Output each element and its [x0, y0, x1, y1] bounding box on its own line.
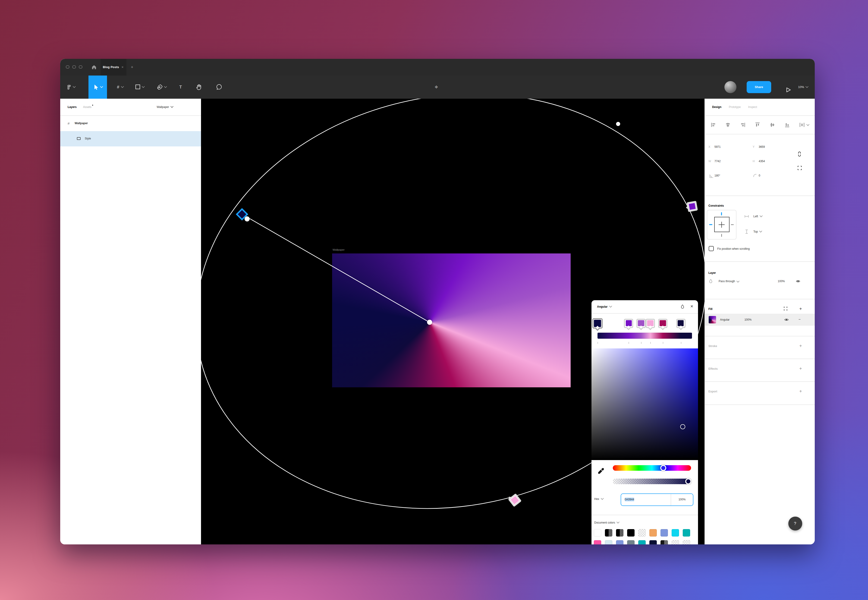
- constraint-bottom[interactable]: [721, 234, 721, 236]
- eyedropper-icon[interactable]: [597, 467, 604, 474]
- fill-row-angular[interactable]: Angular 100% −: [705, 314, 815, 326]
- document-color-swatch[interactable]: [638, 529, 646, 536]
- blend-mode-select[interactable]: Pass through: [718, 280, 735, 283]
- opacity-input[interactable]: 100%: [671, 494, 693, 506]
- page-selector[interactable]: Wallpaper: [157, 105, 173, 108]
- gradient-stop[interactable]: [658, 318, 667, 328]
- add-effect-button[interactable]: +: [799, 366, 802, 371]
- fill-thumbnail[interactable]: [708, 316, 716, 323]
- horizontal-constraint-select[interactable]: Left: [744, 214, 762, 219]
- layer-row-style-selected[interactable]: Style: [60, 131, 201, 146]
- document-color-swatch[interactable]: [605, 529, 612, 536]
- add-fill-button[interactable]: +: [799, 306, 802, 311]
- constraint-right[interactable]: [731, 224, 733, 225]
- constrain-proportions-toggle[interactable]: [797, 151, 803, 157]
- remove-fill-button[interactable]: −: [798, 317, 801, 321]
- gradient-stop-selected[interactable]: [593, 318, 603, 329]
- close-picker-icon[interactable]: ✕: [690, 305, 693, 309]
- zoom-menu[interactable]: 10%: [798, 85, 808, 88]
- document-color-swatch[interactable]: [683, 540, 690, 544]
- ellipse-point-dot[interactable]: [616, 122, 620, 126]
- document-colors-toggle[interactable]: Document colors: [594, 521, 698, 524]
- hex-value-input[interactable]: 0A0944: [621, 498, 671, 501]
- constraint-top-active[interactable]: [721, 212, 722, 215]
- document-color-swatch[interactable]: [671, 529, 679, 536]
- add-stroke-button[interactable]: +: [799, 343, 802, 348]
- document-color-swatch[interactable]: [627, 540, 635, 544]
- frame-tool-button[interactable]: #: [117, 75, 123, 98]
- document-color-swatch[interactable]: [627, 529, 635, 536]
- hue-slider[interactable]: [612, 465, 691, 471]
- layer-row-wallpaper-frame[interactable]: # Wallpaper: [60, 115, 201, 131]
- corner-radius-input[interactable]: 0: [759, 174, 760, 177]
- width-input[interactable]: 7742: [714, 160, 721, 163]
- document-color-swatch[interactable]: [683, 529, 690, 536]
- gradient-stop[interactable]: [624, 318, 634, 328]
- document-color-swatch[interactable]: [616, 529, 623, 536]
- pen-tool-button[interactable]: [156, 75, 166, 98]
- document-color-swatch[interactable]: [616, 540, 623, 544]
- document-color-swatch[interactable]: [649, 529, 657, 536]
- distribute-menu-button[interactable]: [799, 122, 809, 128]
- alpha-slider[interactable]: [612, 478, 691, 484]
- layer-visibility-toggle[interactable]: [795, 279, 801, 283]
- minimize-window-button[interactable]: [72, 65, 76, 69]
- blend-droplet-icon[interactable]: [708, 279, 712, 284]
- fill-styles-icon[interactable]: [783, 306, 788, 311]
- gradient-stop-handle-purple[interactable]: [687, 201, 698, 212]
- document-color-swatch[interactable]: [594, 540, 601, 544]
- home-icon[interactable]: [89, 59, 99, 75]
- fix-position-checkbox[interactable]: [708, 246, 714, 251]
- tab-assets[interactable]: Assets: [83, 105, 91, 108]
- document-color-swatch[interactable]: [661, 540, 668, 544]
- avatar[interactable]: [724, 81, 736, 93]
- document-color-swatch[interactable]: [661, 529, 668, 536]
- fix-position-row[interactable]: Fix position when scrolling: [708, 246, 750, 251]
- new-tab-button[interactable]: +: [131, 59, 133, 75]
- document-color-swatch[interactable]: [638, 540, 646, 544]
- gradient-preview-bar[interactable]: [597, 332, 692, 338]
- constraint-left-active[interactable]: [709, 224, 712, 225]
- gradient-type-select[interactable]: Angular: [597, 305, 611, 308]
- saturation-value-area[interactable]: [591, 348, 698, 460]
- hex-format-select[interactable]: Hex: [594, 497, 603, 500]
- help-button[interactable]: ?: [788, 517, 802, 530]
- add-export-button[interactable]: +: [799, 389, 802, 394]
- document-color-swatch[interactable]: [605, 540, 612, 544]
- document-color-swatch[interactable]: [671, 540, 679, 544]
- main-menu-button[interactable]: [60, 75, 81, 98]
- document-color-swatch[interactable]: [649, 540, 657, 544]
- align-right-button[interactable]: [740, 122, 746, 128]
- y-input[interactable]: 3659: [759, 145, 765, 148]
- hand-tool-button[interactable]: [196, 75, 202, 98]
- gradient-axis-line[interactable]: [242, 214, 429, 322]
- height-input[interactable]: 4354: [759, 160, 765, 163]
- layer-opacity-input[interactable]: 100%: [778, 280, 785, 283]
- align-vertical-center-button[interactable]: [769, 122, 775, 128]
- color-selection-ring[interactable]: [680, 424, 685, 429]
- align-top-button[interactable]: [755, 122, 761, 128]
- resources-widget-icon[interactable]: ❖: [434, 75, 438, 98]
- fill-opacity-input[interactable]: 100%: [744, 318, 752, 321]
- gradient-stop[interactable]: [637, 318, 646, 328]
- constraints-widget[interactable]: [706, 210, 736, 239]
- gradient-stop[interactable]: [676, 318, 685, 328]
- tab-layers[interactable]: Layers: [68, 105, 77, 108]
- gradient-stop[interactable]: [646, 318, 655, 328]
- tab-inspect[interactable]: Inspect: [748, 105, 757, 108]
- maximize-window-button[interactable]: [79, 65, 82, 69]
- fill-type[interactable]: Angular: [720, 318, 729, 321]
- tab-prototype[interactable]: Prototype: [729, 105, 741, 108]
- tab-design[interactable]: Design: [712, 105, 721, 108]
- vertical-constraint-select[interactable]: Top: [744, 229, 762, 234]
- share-button[interactable]: Share: [747, 81, 771, 93]
- gradient-center-dot[interactable]: [427, 320, 432, 325]
- align-left-button[interactable]: [710, 122, 716, 128]
- close-tab-icon[interactable]: ✕: [121, 65, 124, 68]
- align-bottom-button[interactable]: [784, 122, 790, 128]
- x-input[interactable]: 5971: [714, 145, 721, 148]
- gradient-stops-track[interactable]: [597, 318, 692, 330]
- align-horizontal-center-button[interactable]: [725, 122, 731, 128]
- fill-visibility-toggle[interactable]: [784, 317, 789, 322]
- text-tool-button[interactable]: T: [179, 75, 182, 98]
